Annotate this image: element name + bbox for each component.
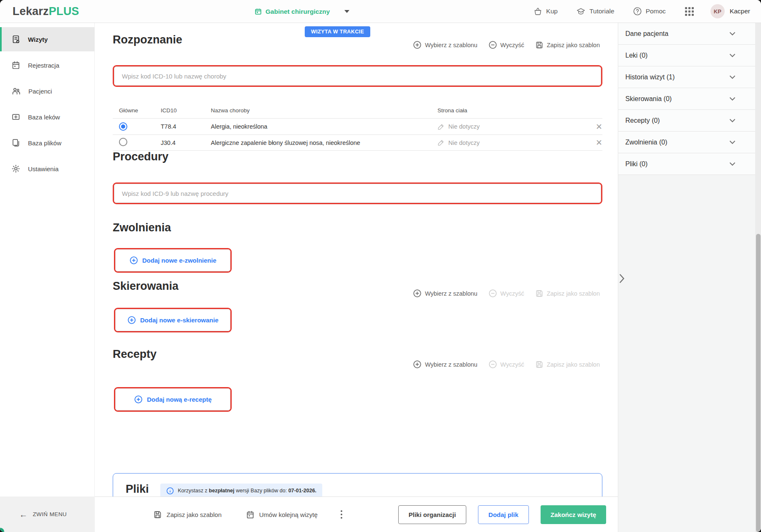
sidebar-item-baza-plikow[interactable]: Baza plików xyxy=(0,131,94,155)
accordion-historia-wizyt[interactable]: Historia wizyt (1) xyxy=(618,66,756,88)
more-options-icon[interactable] xyxy=(341,510,342,519)
accordion-skierowania[interactable]: Skierowania (0) xyxy=(618,88,756,110)
table-row: J30.4 Alergiczne zapalenie błony śluzowe… xyxy=(113,134,602,151)
buy-button[interactable]: Kup xyxy=(533,7,558,16)
clear-button[interactable]: Wyczyść xyxy=(488,41,524,49)
main-diagnosis-radio[interactable] xyxy=(119,138,127,146)
body-side-value: Nie dotyczy xyxy=(448,139,480,146)
add-file-button[interactable]: Dodaj plik xyxy=(478,505,529,524)
patient-panel: Dane pacjenta Leki (0) Historia wizyt (1… xyxy=(618,23,761,532)
accordion-dane-pacjenta[interactable]: Dane pacjenta xyxy=(618,23,756,45)
accordion-label: Skierowania (0) xyxy=(625,95,672,103)
icd-code: J30.4 xyxy=(161,139,211,146)
schedule-next-visit-button[interactable]: Umów kolejną wizytę xyxy=(246,510,318,519)
choose-template-button[interactable]: Wybierz z szablonu xyxy=(413,41,478,49)
collapse-panel-chevron-icon[interactable] xyxy=(619,274,624,285)
circle-minus-icon xyxy=(488,41,497,49)
body-side-value: Nie dotyczy xyxy=(448,123,480,130)
scrollbar-thumb[interactable] xyxy=(756,234,761,532)
sidebar-item-wizyty[interactable]: Wizyty xyxy=(0,27,94,51)
section-title-pliki: Pliki xyxy=(126,483,149,496)
body-side-edit[interactable]: Nie dotyczy xyxy=(437,123,584,130)
add-referral-annotation: Dodaj nowe e-skierowanie xyxy=(114,308,232,332)
sidebar-item-ustawienia[interactable]: Ustawienia xyxy=(0,157,94,181)
username: Kacper xyxy=(730,8,750,15)
clinic-selector[interactable]: Gabinet chirurgiczny xyxy=(255,0,349,23)
app-window: LekarzPLUS Gabinet chirurgiczny Kup Tuto… xyxy=(0,0,761,532)
accordion-pliki[interactable]: Pliki (0) xyxy=(618,153,756,175)
circle-plus-icon xyxy=(129,256,138,265)
save-template-button-disabled[interactable]: Zapisz jako szablon xyxy=(535,289,600,298)
tutorials-button[interactable]: Tutoriale xyxy=(576,7,614,16)
apps-grid-icon[interactable] xyxy=(685,7,694,16)
help-button[interactable]: Pomoc xyxy=(633,7,666,16)
main-diagnosis-radio-selected[interactable] xyxy=(119,122,127,131)
body-side-edit[interactable]: Nie dotyczy xyxy=(437,139,584,146)
accordion-label: Leki (0) xyxy=(625,52,647,59)
section-title-zwolnienia: Zwolnienia xyxy=(113,221,171,234)
visit-status-badge: WIZYTA W TRAKCIE xyxy=(305,26,370,37)
info-icon xyxy=(166,487,174,495)
circle-plus-icon xyxy=(127,316,136,324)
remove-diagnosis-icon[interactable]: ✕ xyxy=(596,122,602,131)
chevron-down-icon xyxy=(729,75,736,79)
pencil-icon xyxy=(437,139,445,146)
organization-files-button[interactable]: Pliki organizacji xyxy=(398,505,466,524)
section-title-rozpoznanie: Rozpoznanie xyxy=(113,33,182,46)
scrollbar[interactable] xyxy=(755,23,761,532)
basket-icon xyxy=(533,7,542,16)
add-referral-button[interactable]: Dodaj nowe e-skierowanie xyxy=(115,309,230,331)
icd-code: T78.4 xyxy=(161,123,211,130)
table-row: T78.4 Alergia, nieokreślona Nie dotyczy … xyxy=(113,118,602,134)
floppy-icon xyxy=(535,289,544,298)
accordion-label: Dane pacjenta xyxy=(625,30,668,38)
banner-text: Korzystasz z bezpłatnej wersji Bazy plik… xyxy=(178,488,316,494)
add-prescription-button[interactable]: Dodaj nową e-receptę xyxy=(115,388,230,410)
save-template-button-disabled[interactable]: Zapisz jako szablon xyxy=(535,360,600,369)
icd9-search-input[interactable] xyxy=(114,184,601,203)
calendar-icon xyxy=(246,510,255,519)
accordion-label: Recepty (0) xyxy=(625,117,660,124)
accordion-recepty[interactable]: Recepty (0) xyxy=(618,110,756,132)
floppy-icon xyxy=(153,510,162,519)
choose-template-label: Wybierz z szablonu xyxy=(425,290,478,297)
save-template-label: Zapisz jako szablon xyxy=(547,290,600,297)
finish-visit-button[interactable]: Zakończ wizytę xyxy=(541,505,606,524)
save-visit-template-button[interactable]: Zapisz jako szablon xyxy=(153,510,222,519)
add-sick-leave-annotation: Dodaj nowe e-zwolnienie xyxy=(114,248,232,273)
files-icon xyxy=(11,138,20,147)
col-header-glowne: Główne xyxy=(113,107,161,114)
collapse-menu-button[interactable]: ← ZWIŃ MENU xyxy=(0,497,95,532)
add-sick-leave-button[interactable]: Dodaj nowe e-zwolnienie xyxy=(115,249,230,271)
section-title-skierowania: Skierowania xyxy=(113,280,179,293)
sidebar-item-label: Rejestracja xyxy=(28,62,59,69)
top-right-actions: Kup Tutoriale Pomoc KP Kacper xyxy=(533,4,761,18)
icd10-search-input[interactable] xyxy=(114,66,601,86)
choose-template-button[interactable]: Wybierz z szablonu xyxy=(413,289,478,298)
clear-button-disabled[interactable]: Wyczyść xyxy=(488,289,524,298)
accordion-zwolnienia[interactable]: Zwolnienia (0) xyxy=(618,132,756,153)
accordion-leki[interactable]: Leki (0) xyxy=(618,45,756,66)
patient-accordion: Dane pacjenta Leki (0) Historia wizyt (1… xyxy=(618,23,756,175)
sidebar-item-pacjenci[interactable]: Pacjenci xyxy=(0,79,94,103)
clinic-calendar-icon xyxy=(255,8,262,15)
calendar-icon xyxy=(11,61,20,70)
visits-icon xyxy=(11,35,20,44)
sidebar-item-label: Wizyty xyxy=(28,36,48,43)
avatar[interactable]: KP xyxy=(710,4,725,18)
chevron-down-icon xyxy=(729,140,736,144)
clear-label: Wyczyść xyxy=(501,361,524,368)
save-template-button[interactable]: Zapisz jako szablon xyxy=(535,41,600,49)
clear-button-disabled[interactable]: Wyczyść xyxy=(488,360,524,369)
remove-diagnosis-icon[interactable]: ✕ xyxy=(596,138,602,147)
sidebar-item-label: Ustawienia xyxy=(28,165,58,172)
circle-plus-icon xyxy=(413,360,422,369)
sidebar-item-rejestracja[interactable]: Rejestracja xyxy=(0,53,94,77)
logo-text-lekarz: Lekarz xyxy=(13,5,49,18)
accordion-label: Zwolnienia (0) xyxy=(625,139,667,146)
save-visit-template-label: Zapisz jako szablon xyxy=(167,511,222,518)
chevron-down-icon[interactable] xyxy=(344,10,349,13)
sidebar-item-baza-lekow[interactable]: Baza leków xyxy=(0,105,94,129)
choose-template-button[interactable]: Wybierz z szablonu xyxy=(413,360,478,369)
collapse-menu-label: ZWIŃ MENU xyxy=(33,511,67,517)
